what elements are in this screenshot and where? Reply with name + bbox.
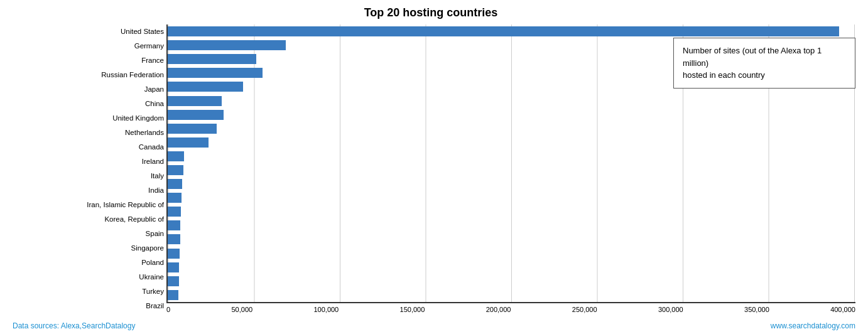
legend-box: Number of sites (out of the Alexa top 1 …	[673, 38, 855, 89]
bar	[168, 262, 179, 272]
chart-container: Top 20 hosting countries United StatesGe…	[0, 0, 868, 334]
bar-row	[168, 136, 855, 149]
bar-row	[168, 25, 855, 38]
x-axis-labels: 050,000100,000150,000200,000250,000300,0…	[166, 306, 855, 313]
bar-row	[168, 289, 855, 301]
bar	[168, 207, 181, 217]
y-label: United States	[6, 26, 164, 38]
bar-row	[168, 95, 855, 107]
y-label: Iran, Islamic Republic of	[6, 199, 164, 212]
legend-line2: hosted in each country	[683, 70, 765, 80]
bar-row	[168, 164, 855, 176]
y-label: Poland	[6, 257, 164, 269]
y-label: Singapore	[6, 242, 164, 255]
x-axis-label: 200,000	[486, 306, 511, 313]
x-axis-label: 50,000	[231, 306, 252, 313]
bar	[168, 151, 184, 161]
bar-row	[168, 178, 855, 190]
bar-row	[168, 191, 855, 204]
y-label: Netherlands	[6, 127, 164, 139]
bar-row	[168, 261, 855, 274]
footer: Data sources: Alexa,SearchDatalogy www.s…	[0, 321, 868, 330]
bar	[168, 276, 179, 286]
y-label: Canada	[6, 141, 164, 154]
y-label: Russian Federation	[6, 69, 164, 82]
bar	[168, 193, 182, 203]
legend-line1: Number of sites (out of the Alexa top 1 …	[683, 46, 822, 68]
chart-title: Top 20 hosting countries	[6, 6, 855, 19]
bar	[168, 96, 222, 106]
bar	[168, 249, 180, 259]
bar-row	[168, 247, 855, 260]
x-axis-label: 300,000	[658, 306, 683, 313]
y-label: Ukraine	[6, 271, 164, 284]
y-label: France	[6, 55, 164, 67]
y-labels: United StatesGermanyFranceRussian Federa…	[6, 24, 166, 313]
bar-row	[168, 205, 855, 218]
bar	[168, 220, 180, 230]
y-label: China	[6, 98, 164, 110]
y-label: Ireland	[6, 156, 164, 168]
x-axis-label: 0	[166, 306, 170, 313]
y-label: Turkey	[6, 286, 164, 298]
bar	[168, 179, 182, 189]
y-label: Japan	[6, 84, 164, 96]
bar	[168, 40, 286, 50]
bar	[168, 68, 263, 78]
x-axis-label: 150,000	[400, 306, 425, 313]
y-label: Brazil	[6, 300, 164, 313]
bar-row	[168, 150, 855, 163]
y-label: United Kingdom	[6, 112, 164, 125]
x-axis-label: 350,000	[744, 306, 769, 313]
bar	[168, 82, 243, 92]
y-label: Spain	[6, 228, 164, 240]
bar	[168, 165, 183, 175]
footer-left: Data sources: Alexa,SearchDatalogy	[13, 321, 135, 330]
bar-row	[168, 233, 855, 245]
bar-row	[168, 219, 855, 232]
bar	[168, 54, 256, 64]
bar-row	[168, 109, 855, 121]
y-label: Korea, Republic of	[6, 213, 164, 226]
y-label: Germany	[6, 40, 164, 53]
bar	[168, 137, 209, 148]
bar-row	[168, 275, 855, 288]
y-label: India	[6, 185, 164, 197]
bar-row	[168, 122, 855, 135]
y-label: Italy	[6, 170, 164, 183]
bar	[168, 124, 217, 134]
bar	[168, 290, 178, 300]
footer-right: www.searchdatalogy.com	[771, 321, 855, 330]
bar	[168, 234, 180, 244]
x-axis-label: 250,000	[572, 306, 597, 313]
x-axis-label: 400,000	[830, 306, 855, 313]
bar	[168, 110, 224, 120]
x-axis-label: 100,000	[313, 306, 339, 313]
bar	[168, 26, 839, 36]
